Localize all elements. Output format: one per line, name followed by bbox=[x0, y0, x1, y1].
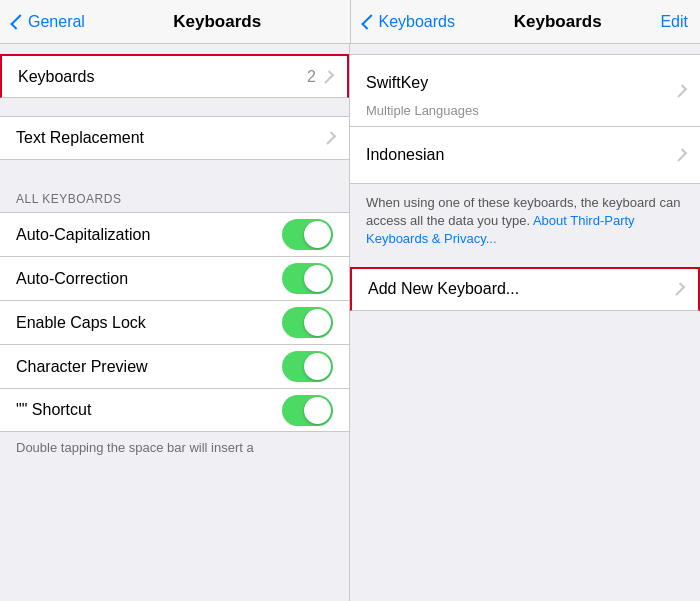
keyboards-row[interactable]: Keyboards 2 bbox=[0, 54, 349, 98]
right-nav: Keyboards Keyboards Edit bbox=[351, 12, 701, 32]
add-keyboard-label: Add New Keyboard... bbox=[368, 269, 675, 309]
toggle-knob-2 bbox=[304, 309, 331, 336]
toggle-label-2: Enable Caps Lock bbox=[16, 303, 282, 343]
add-keyboard-group: Add New Keyboard... bbox=[350, 267, 700, 311]
add-keyboard-row[interactable]: Add New Keyboard... bbox=[350, 267, 700, 311]
toggle-switch-0[interactable] bbox=[282, 219, 333, 250]
keyboards-list-container: SwiftKeyMultiple LanguagesIndonesian bbox=[350, 54, 700, 184]
toggle-label-0: Auto-Capitalization bbox=[16, 215, 282, 255]
keyboard-item-0[interactable]: SwiftKeyMultiple Languages bbox=[350, 54, 700, 126]
right-back-label: Keyboards bbox=[379, 13, 456, 31]
toggle-knob-4 bbox=[304, 397, 331, 424]
keyboards-value: 2 bbox=[307, 68, 316, 86]
text-replacement-label: Text Replacement bbox=[16, 118, 326, 158]
toggle-switch-1[interactable] bbox=[282, 263, 333, 294]
keyboard-item-1[interactable]: Indonesian bbox=[350, 126, 700, 184]
info-text-block: When using one of these keyboards, the k… bbox=[350, 184, 700, 259]
toggle-switch-3[interactable] bbox=[282, 351, 333, 382]
toggle-row-4: "" Shortcut bbox=[0, 388, 349, 432]
left-nav-title: Keyboards bbox=[85, 12, 350, 32]
toggle-switch-2[interactable] bbox=[282, 307, 333, 338]
keyboards-list: SwiftKeyMultiple LanguagesIndonesian bbox=[350, 54, 700, 184]
keyboards-label: Keyboards bbox=[18, 57, 307, 97]
toggle-knob-0 bbox=[304, 221, 331, 248]
toggle-switch-4[interactable] bbox=[282, 395, 333, 426]
left-pane: Keyboards 2 Text Replacement ALL KEYBOAR… bbox=[0, 44, 350, 601]
right-nav-title: Keyboards bbox=[455, 12, 660, 32]
keyboards-chevron-icon bbox=[321, 70, 334, 83]
left-nav: General Keyboards bbox=[0, 12, 350, 32]
back-label: General bbox=[28, 13, 85, 31]
toggle-row-0: Auto-Capitalization bbox=[0, 212, 349, 256]
toggle-row-2: Enable Caps Lock bbox=[0, 300, 349, 344]
keyboards-back-button[interactable]: Keyboards bbox=[361, 13, 456, 31]
keyboard-sublabel-0: Multiple Languages bbox=[366, 103, 677, 118]
text-replacement-row[interactable]: Text Replacement bbox=[0, 116, 349, 160]
toggle-knob-3 bbox=[304, 353, 331, 380]
toggle-label-1: Auto-Correction bbox=[16, 259, 282, 299]
all-keyboards-group: ALL KEYBOARDS Auto-CapitalizationAuto-Co… bbox=[0, 178, 349, 432]
toggle-knob-1 bbox=[304, 265, 331, 292]
back-button[interactable]: General bbox=[10, 13, 85, 31]
toggle-label-3: Character Preview bbox=[16, 347, 282, 387]
keyboard-label-0: SwiftKey bbox=[366, 63, 677, 103]
text-replacement-group: Text Replacement bbox=[0, 116, 349, 160]
toggle-label-4: "" Shortcut bbox=[16, 390, 282, 430]
bottom-note: Double tapping the space bar will insert… bbox=[0, 432, 349, 463]
main-content: Keyboards 2 Text Replacement ALL KEYBOAR… bbox=[0, 44, 700, 601]
edit-button[interactable]: Edit bbox=[660, 13, 700, 31]
right-pane: SwiftKeyMultiple LanguagesIndonesian Whe… bbox=[350, 44, 700, 601]
all-keyboards-header: ALL KEYBOARDS bbox=[0, 178, 349, 212]
chevron-left-icon-2 bbox=[361, 14, 377, 30]
toggle-row-3: Character Preview bbox=[0, 344, 349, 388]
chevron-left-icon bbox=[10, 14, 26, 30]
toggle-row-1: Auto-Correction bbox=[0, 256, 349, 300]
keyboards-group: Keyboards 2 bbox=[0, 54, 349, 98]
nav-bar: General Keyboards Keyboards Keyboards Ed… bbox=[0, 0, 700, 44]
keyboard-label-1: Indonesian bbox=[366, 135, 677, 175]
toggles-container: Auto-CapitalizationAuto-CorrectionEnable… bbox=[0, 212, 349, 432]
